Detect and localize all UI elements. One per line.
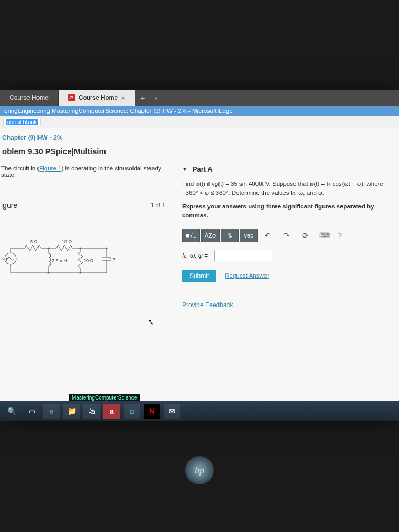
- search-icon[interactable]: 🔍: [3, 404, 20, 419]
- mail-icon[interactable]: ✉: [164, 404, 180, 419]
- figure-link[interactable]: Figure 1: [39, 165, 61, 172]
- new-tab-button[interactable]: +: [135, 90, 150, 106]
- format-note: Express your answers using three signifi…: [182, 202, 398, 221]
- r2-label: 10 Ω: [62, 239, 72, 244]
- answer-label: I₀, ω, φ =: [182, 251, 208, 260]
- request-answer-link[interactable]: Request Answer: [225, 271, 269, 280]
- browser-tab-bar: Course Home P Course Home × + v: [0, 90, 399, 106]
- netflix-icon[interactable]: N: [144, 404, 160, 419]
- store-icon[interactable]: 🛍: [83, 404, 100, 419]
- redo-button[interactable]: ↷: [278, 229, 296, 242]
- window-title: eringEngineering MasteringComputerScienc…: [0, 106, 399, 116]
- question-line-2: −360° < φ ≤ 360°. Determine the values I…: [182, 188, 398, 197]
- tab-list-chevron-icon[interactable]: v: [150, 90, 162, 106]
- subsup-button[interactable]: ⇅: [221, 229, 239, 242]
- source-label: vg: [2, 256, 7, 261]
- tab-label: Course Home: [10, 94, 49, 101]
- hp-logo: hp: [185, 456, 214, 484]
- r3-label: 20 Ω: [83, 258, 94, 263]
- greek-button[interactable]: ΑΣφ: [201, 229, 220, 242]
- template-button[interactable]: ■√□: [182, 229, 200, 242]
- taskbar-preview-label: MasteringComputerScience: [69, 394, 140, 401]
- inductor-label: 2.5 mH: [52, 258, 67, 263]
- submit-button[interactable]: Submit: [182, 270, 216, 282]
- caret-down-icon: ▼: [182, 166, 187, 172]
- edge-icon[interactable]: e: [43, 404, 60, 419]
- address-bar: about:blank: [0, 116, 399, 128]
- r1-label: 5 Ω: [30, 239, 38, 244]
- cursor-icon: ↖: [148, 318, 154, 326]
- close-icon[interactable]: ×: [121, 94, 125, 102]
- windows-taskbar: 🔍 ▭ e 📁 🛍 a ⧈ N ✉: [0, 401, 399, 421]
- dropbox-icon[interactable]: ⧈: [124, 404, 140, 419]
- task-view-icon[interactable]: ▭: [23, 404, 40, 419]
- keyboard-button[interactable]: ⌨: [316, 229, 334, 242]
- vec-button[interactable]: vec: [240, 229, 258, 242]
- problem-title: oblem 9.30 PSpice|Multisim: [0, 145, 399, 165]
- part-label: Part A: [193, 165, 213, 173]
- figure-heading: igure: [1, 201, 17, 210]
- answer-input[interactable]: [214, 250, 272, 261]
- undo-button[interactable]: ↶: [259, 229, 277, 242]
- part-header[interactable]: ▼ Part A: [182, 165, 398, 173]
- provide-feedback-link[interactable]: Provide Feedback: [182, 300, 398, 310]
- tab-label: Course Home: [79, 94, 118, 101]
- file-explorer-icon[interactable]: 📁: [63, 404, 80, 419]
- page-content: Chapter (9) HW - 2% oblem 9.30 PSpice|Mu…: [0, 128, 399, 421]
- problem-prompt: The circuit in (Figure 1) is operating i…: [1, 165, 176, 178]
- tab-course-home-1[interactable]: Course Home: [0, 90, 59, 106]
- svg-point-19: [79, 272, 81, 273]
- svg-point-18: [48, 272, 49, 273]
- url-field[interactable]: about:blank: [3, 118, 41, 126]
- circuit-diagram: 5 Ω 10 Ω vg: [1, 235, 117, 282]
- question-line-1: Find i₀(t) if vg(t) = 35 sin 4000t V. Su…: [182, 179, 398, 188]
- equation-toolbar: ■√□ ΑΣφ ⇅ vec ↶ ↷ ⟳ ⌨ ?: [182, 229, 398, 242]
- pearson-icon: P: [68, 94, 75, 101]
- access-icon[interactable]: a: [103, 404, 120, 419]
- help-icon[interactable]: ?: [338, 230, 342, 241]
- cap-label: 12.5 μF: [110, 257, 117, 262]
- reset-button[interactable]: ⟳: [297, 229, 315, 242]
- tab-course-home-2[interactable]: P Course Home ×: [59, 90, 135, 106]
- breadcrumb[interactable]: Chapter (9) HW - 2%: [0, 128, 399, 145]
- figure-counter: 1 of 1: [150, 202, 165, 208]
